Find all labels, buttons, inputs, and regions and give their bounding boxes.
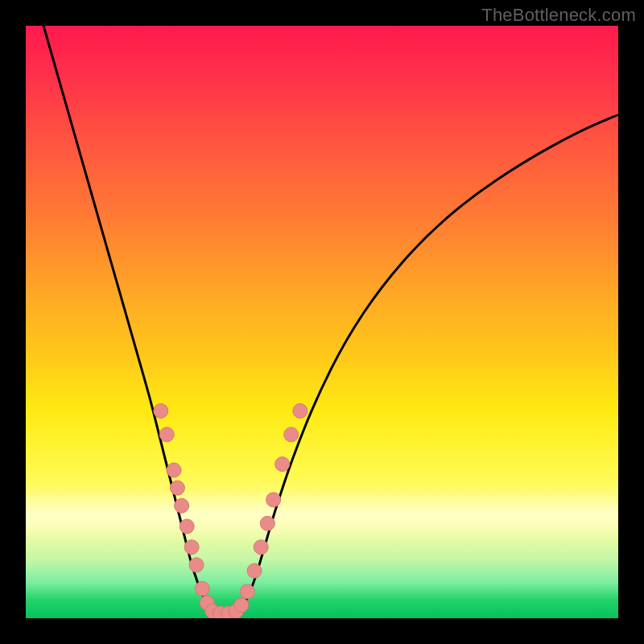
marker-dot [167, 463, 181, 477]
marker-dot [275, 457, 290, 472]
plot-area [26, 26, 618, 618]
marker-dot [180, 519, 194, 534]
data-markers [154, 403, 308, 618]
marker-dot [175, 498, 189, 513]
curve-layer [26, 26, 618, 618]
watermark-text: TheBottleneck.com [481, 5, 636, 26]
marker-dot [266, 493, 281, 507]
outer-frame: TheBottleneck.com [0, 0, 644, 644]
marker-dot [159, 427, 174, 442]
marker-dot [234, 598, 249, 613]
marker-dot [170, 481, 184, 495]
marker-dot [260, 516, 275, 530]
marker-dot [293, 403, 308, 418]
marker-dot [240, 584, 254, 599]
marker-dot [195, 581, 209, 596]
marker-dot [189, 558, 204, 572]
marker-dot [284, 427, 299, 442]
marker-dot [184, 540, 199, 555]
bottleneck-curve [43, 26, 618, 615]
marker-dot [154, 403, 168, 418]
marker-dot [247, 564, 262, 578]
marker-dot [254, 540, 268, 555]
